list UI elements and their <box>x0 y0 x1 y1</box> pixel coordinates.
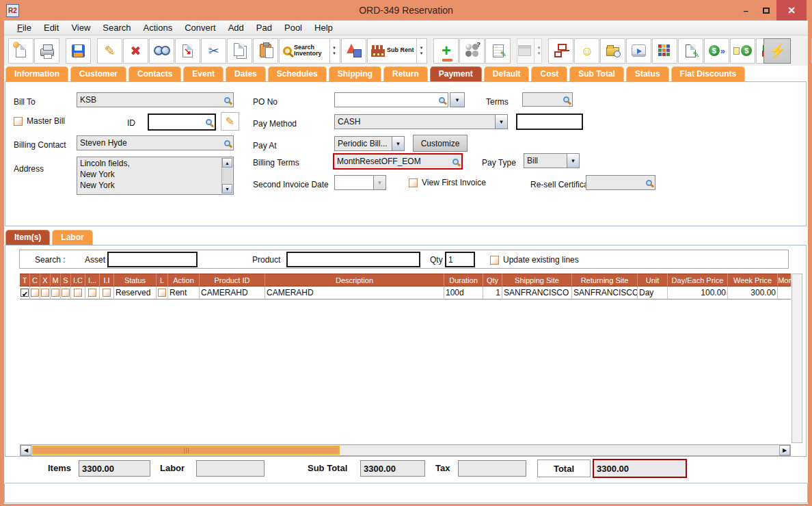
options-group-button[interactable] <box>459 38 485 64</box>
column-header-t[interactable]: T <box>20 274 30 287</box>
menu-pad[interactable]: Pad <box>250 23 278 33</box>
search-inventory-button[interactable]: Search Inventory▼ ▼ <box>279 38 340 64</box>
search-inventory-dropdown-icon[interactable]: ▼ ▼ <box>329 39 336 63</box>
row-checkbox-c[interactable] <box>31 289 39 297</box>
flash-button[interactable]: ⚡ <box>763 38 791 64</box>
cell-c[interactable] <box>30 287 40 299</box>
folder-history-button[interactable] <box>600 38 625 64</box>
minimize-button[interactable]: – <box>735 0 756 21</box>
paste-button[interactable] <box>253 38 278 64</box>
column-header-month-price[interactable]: Month Price <box>778 274 791 287</box>
id-search-icon[interactable] <box>206 119 212 125</box>
address-field[interactable]: Lincoln fields,New YorkNew York ▲ ▼ <box>77 157 234 195</box>
cell-l[interactable] <box>157 287 168 299</box>
send-money-button[interactable]: $» <box>704 38 729 64</box>
column-header-c[interactable]: C <box>30 274 40 287</box>
cell-unit[interactable]: Day <box>638 287 668 299</box>
item-tab-labor[interactable]: Labor <box>52 230 92 245</box>
row-checkbox-x[interactable] <box>41 289 49 297</box>
column-header-qty[interactable]: Qty <box>483 274 502 287</box>
billing-contact-field[interactable]: Steven Hyde <box>77 135 234 150</box>
cell-action[interactable]: Rent <box>168 287 200 299</box>
table-row[interactable]: ReservedRentCAMERAHDCAMERAHD100d1SANFRAN… <box>20 287 791 299</box>
cell-m[interactable] <box>51 287 61 299</box>
tab-shipping[interactable]: Shipping <box>329 66 381 81</box>
cell-day-each-price[interactable]: 100.00 <box>668 287 728 299</box>
column-header-product-id[interactable]: Product ID <box>200 274 265 287</box>
hscroll-thumb[interactable] <box>32 446 340 455</box>
hscroll-right-icon[interactable]: ▶ <box>779 445 790 455</box>
tab-status[interactable]: Status <box>626 66 669 81</box>
menu-add[interactable]: Add <box>222 23 250 33</box>
row-checkbox-l[interactable] <box>158 289 166 297</box>
column-header-duration[interactable]: Duration <box>444 274 483 287</box>
bill-to-field[interactable]: KSB <box>77 92 234 107</box>
row-checkbox-i-c[interactable] <box>74 289 82 297</box>
address-scroll-down-icon[interactable]: ▼ <box>222 184 232 194</box>
items-vertical-scrollbar[interactable] <box>791 274 802 443</box>
address-scroll-up-icon[interactable]: ▲ <box>222 158 232 168</box>
row-checkbox-s[interactable] <box>62 289 70 297</box>
menu-file[interactable]: File <box>11 23 38 33</box>
row-checkbox-i[interactable] <box>88 289 96 297</box>
master-bill-checkbox[interactable] <box>14 117 23 126</box>
find-button[interactable] <box>149 38 174 64</box>
menu-actions[interactable]: Actions <box>137 23 179 33</box>
row-checkbox-i-i[interactable] <box>103 289 111 297</box>
cell-i[interactable] <box>85 287 100 299</box>
row-checkbox-m[interactable] <box>51 289 59 297</box>
item-tab-item-s[interactable]: Item(s) <box>5 230 50 245</box>
cubes-button[interactable] <box>652 38 677 64</box>
menu-help[interactable]: Help <box>308 23 339 33</box>
row-checkbox-t[interactable] <box>21 289 29 297</box>
pay-at-combo[interactable]: Periodic Bill... ▼ <box>334 136 405 151</box>
column-header-shipping-site[interactable]: Shipping Site <box>502 274 572 287</box>
smiley-button[interactable]: ☺ <box>574 38 599 64</box>
qty-input[interactable]: 1 <box>445 252 475 267</box>
tab-sub-total[interactable]: Sub Total <box>569 66 624 81</box>
menu-view[interactable]: View <box>65 23 96 33</box>
delete-button[interactable]: ✖ <box>123 38 148 64</box>
pay-at-dropdown-icon[interactable]: ▼ <box>392 137 404 150</box>
update-lines-checkbox[interactable] <box>490 256 499 265</box>
column-header-description[interactable]: Description <box>265 274 444 287</box>
cell-s[interactable] <box>61 287 71 299</box>
bill-to-search-icon[interactable] <box>224 97 230 103</box>
customize-button[interactable]: Customize <box>413 135 468 152</box>
menu-edit[interactable]: Edit <box>38 23 65 33</box>
paste-special-button[interactable]: ↘ <box>175 38 200 64</box>
shapes-button[interactable] <box>341 38 366 64</box>
maximize-button[interactable] <box>756 0 776 21</box>
sub-rent-dropdown-icon[interactable]: ▼ ▼ <box>416 39 423 63</box>
column-header-s[interactable]: S <box>61 274 71 287</box>
pay-type-combo[interactable]: Bill ▼ <box>524 153 580 168</box>
add-line-button[interactable]: + <box>433 38 459 64</box>
pay-method-combo[interactable]: CASH ▼ <box>334 114 508 129</box>
tab-schedules[interactable]: Schedules <box>268 66 327 81</box>
tab-contacts[interactable]: Contacts <box>128 66 181 81</box>
column-header-m[interactable]: M <box>51 274 61 287</box>
money-note-button[interactable]: $ <box>730 38 755 64</box>
menu-search[interactable]: Search <box>96 23 137 33</box>
asset-input[interactable] <box>107 252 198 267</box>
pay-type-dropdown-icon[interactable]: ▼ <box>567 154 579 168</box>
sub-rent-button[interactable]: Sub Rent▼ ▼ <box>367 38 427 64</box>
cell-i-i[interactable] <box>100 287 114 299</box>
column-header-i-c[interactable]: I.C <box>71 274 85 287</box>
billing-terms-search-icon[interactable] <box>452 159 459 165</box>
cell-x[interactable] <box>40 287 51 299</box>
cell-t[interactable] <box>20 287 30 299</box>
billing-terms-field[interactable]: MonthResetOFF_EOM <box>333 153 463 170</box>
column-header-day-each-price[interactable]: Day/Each Price <box>668 274 728 287</box>
calendar-dropdown-icon[interactable]: ▼ ▼ <box>534 39 541 63</box>
cell-week-price[interactable]: 300.00 <box>728 287 778 299</box>
column-header-status[interactable]: Status <box>114 274 157 287</box>
cell-shipping-site[interactable]: SANFRANCISCO <box>502 287 572 299</box>
column-header-i-i[interactable]: I.I <box>100 274 114 287</box>
cell-qty[interactable]: 1 <box>483 287 502 299</box>
tab-payment[interactable]: Payment <box>430 66 482 81</box>
edit-button[interactable]: ✎ <box>97 38 122 64</box>
items-horizontal-scrollbar[interactable]: ◀ ▶ <box>20 444 791 456</box>
id-field[interactable] <box>148 114 216 131</box>
hscroll-left-icon[interactable]: ◀ <box>21 445 31 455</box>
